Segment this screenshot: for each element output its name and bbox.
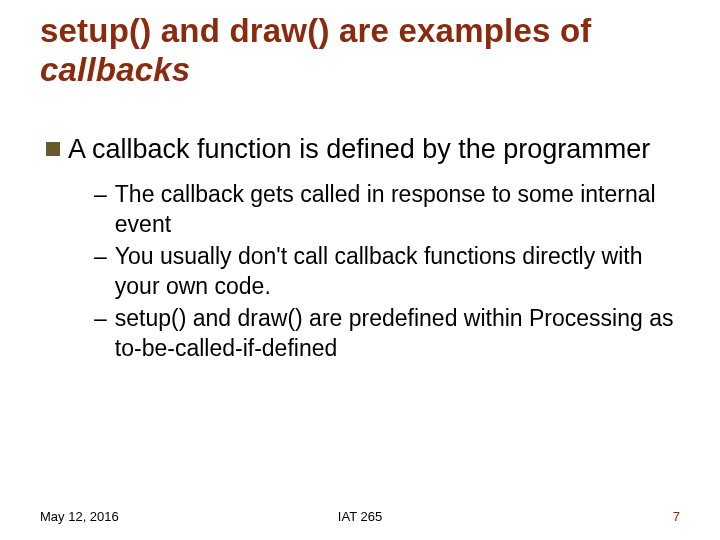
sub-bullet: – You usually don't call callback functi… bbox=[94, 242, 680, 302]
sub-bullet-text: setup() and draw() are predefined within… bbox=[115, 304, 680, 364]
square-bullet-icon bbox=[46, 142, 60, 156]
title-emphasis: callbacks bbox=[40, 51, 190, 88]
title-part1: setup() and draw() are examples of bbox=[40, 12, 591, 49]
sub-bullets: – The callback gets called in response t… bbox=[46, 180, 680, 363]
sub-bullet-text: You usually don't call callback function… bbox=[115, 242, 680, 302]
dash-icon: – bbox=[94, 242, 107, 272]
dash-icon: – bbox=[94, 304, 107, 334]
sub-bullet-text: The callback gets called in response to … bbox=[115, 180, 680, 240]
dash-icon: – bbox=[94, 180, 107, 210]
slide-body: A callback function is defined by the pr… bbox=[40, 132, 680, 364]
bullet-text: A callback function is defined by the pr… bbox=[68, 132, 650, 167]
slide-title: setup() and draw() are examples of callb… bbox=[40, 12, 680, 90]
footer-date: May 12, 2016 bbox=[40, 509, 119, 524]
footer-center: IAT 265 bbox=[338, 509, 382, 524]
sub-bullet: – The callback gets called in response t… bbox=[94, 180, 680, 240]
footer-page-number: 7 bbox=[673, 509, 680, 524]
slide-footer: May 12, 2016 IAT 265 7 bbox=[40, 509, 680, 524]
sub-bullet: – setup() and draw() are predefined with… bbox=[94, 304, 680, 364]
bullet-level1: A callback function is defined by the pr… bbox=[46, 132, 680, 167]
slide: setup() and draw() are examples of callb… bbox=[0, 0, 720, 540]
